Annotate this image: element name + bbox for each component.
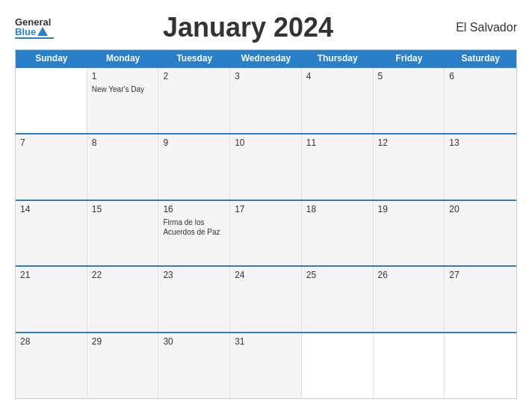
day-number: 13 [449, 137, 512, 148]
day-cell: 26 [374, 267, 445, 332]
day-header-cell: Sunday [16, 50, 87, 67]
day-number: 15 [92, 204, 154, 214]
day-cell: 8 [87, 135, 159, 200]
day-cell: 17 [230, 201, 302, 266]
day-number: 24 [235, 270, 297, 280]
logo-general-text: General [15, 17, 51, 27]
day-cell [302, 333, 374, 398]
day-number: 1 [92, 71, 154, 81]
day-cell: 22 [87, 267, 159, 332]
country-label: El Salvador [442, 21, 517, 34]
day-cell: 21 [16, 267, 87, 332]
day-header-cell: Saturday [445, 50, 516, 67]
day-cell: 28 [16, 333, 87, 398]
day-number: 20 [449, 204, 512, 214]
day-cell: 4 [302, 68, 374, 133]
calendar-page: General Blue January 2024 El Salvador Su… [0, 0, 532, 411]
day-cell: 7 [16, 135, 87, 200]
day-number: 26 [378, 270, 440, 280]
day-number: 31 [235, 336, 297, 347]
logo-line [15, 37, 54, 39]
calendar-grid: SundayMondayTuesdayWednesdayThursdayFrid… [15, 49, 517, 399]
week-row: 1New Year's Day23456 [16, 67, 516, 133]
week-row: 28293031 [16, 332, 516, 398]
day-number: 27 [449, 270, 512, 280]
day-number: 12 [378, 137, 440, 148]
days-header: SundayMondayTuesdayWednesdayThursdayFrid… [16, 50, 516, 67]
day-number: 2 [163, 71, 225, 81]
day-cell: 30 [158, 333, 230, 398]
day-number: 17 [235, 204, 297, 214]
day-number: 11 [306, 137, 368, 148]
day-cell [16, 68, 87, 133]
header: General Blue January 2024 El Salvador [15, 12, 517, 43]
day-number: 3 [235, 71, 297, 81]
day-cell: 11 [302, 135, 374, 200]
day-cell: 2 [158, 68, 230, 133]
day-cell: 19 [374, 201, 445, 266]
day-cell: 12 [374, 135, 445, 200]
day-cell: 10 [230, 135, 302, 200]
day-cell: 20 [445, 201, 516, 266]
day-cell: 9 [158, 135, 230, 200]
day-number: 10 [235, 137, 297, 148]
day-header-cell: Wednesday [230, 50, 302, 67]
day-cell: 27 [445, 267, 516, 332]
day-number: 19 [378, 204, 440, 214]
week-row: 141516Firma de los Acuerdos de Paz171819… [16, 200, 516, 266]
day-number: 29 [92, 336, 154, 347]
day-number: 16 [163, 204, 225, 214]
day-cell [374, 333, 445, 398]
day-header-cell: Tuesday [158, 50, 230, 67]
day-number: 9 [163, 137, 225, 148]
calendar-title: January 2024 [54, 12, 442, 43]
day-number: 14 [20, 204, 82, 214]
logo-triangle-icon [37, 27, 48, 36]
day-cell: 29 [87, 333, 159, 398]
logo: General Blue [15, 17, 54, 39]
day-cell: 5 [374, 68, 445, 133]
day-number: 21 [20, 270, 82, 280]
day-cell: 3 [230, 68, 302, 133]
day-cell: 18 [302, 201, 374, 266]
day-number: 6 [449, 71, 512, 81]
day-number: 8 [92, 137, 154, 148]
day-number: 4 [306, 71, 368, 81]
day-cell: 23 [158, 267, 230, 332]
logo-blue-text: Blue [15, 27, 36, 37]
day-number: 18 [306, 204, 368, 214]
day-header-cell: Monday [87, 50, 159, 67]
day-cell: 1New Year's Day [87, 68, 159, 133]
day-number: 5 [378, 71, 440, 81]
day-cell: 31 [230, 333, 302, 398]
day-header-cell: Thursday [302, 50, 374, 67]
day-number: 30 [163, 336, 225, 347]
day-cell: 6 [445, 68, 516, 133]
day-cell: 24 [230, 267, 302, 332]
week-row: 78910111213 [16, 133, 516, 200]
day-cell: 13 [445, 135, 516, 200]
day-cell [445, 333, 516, 398]
day-number: 23 [163, 270, 225, 280]
day-number: 7 [20, 137, 82, 148]
day-event: New Year's Day [92, 84, 154, 94]
day-cell: 25 [302, 267, 374, 332]
day-event: Firma de los Acuerdos de Paz [163, 217, 225, 237]
day-cell: 15 [87, 201, 159, 266]
weeks-container: 1New Year's Day2345678910111213141516Fir… [16, 67, 516, 398]
day-number: 22 [92, 270, 154, 280]
day-number: 28 [20, 336, 82, 347]
day-number: 25 [306, 270, 368, 280]
day-header-cell: Friday [374, 50, 445, 67]
day-cell: 16Firma de los Acuerdos de Paz [158, 201, 230, 266]
day-cell: 14 [16, 201, 87, 266]
week-row: 21222324252627 [16, 265, 516, 332]
